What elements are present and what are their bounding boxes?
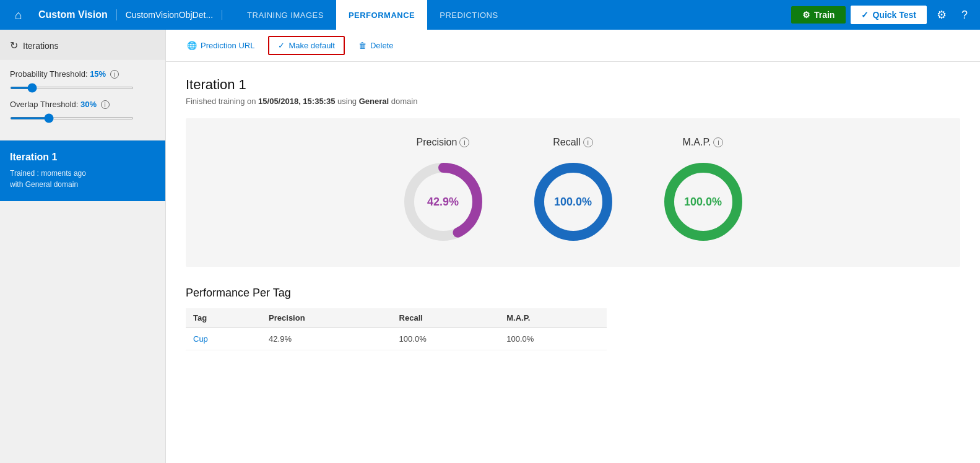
- nav-tabs: TRAINING IMAGES PERFORMANCE PREDICTIONS: [235, 0, 791, 30]
- recall-cell: 100.0%: [392, 328, 500, 350]
- col-recall: Recall: [392, 308, 500, 328]
- precision-value: 42.9%: [427, 196, 459, 209]
- tag-cell[interactable]: Cup: [186, 328, 261, 350]
- performance-per-tag-title: Performance Per Tag: [186, 287, 960, 300]
- probability-slider[interactable]: [10, 87, 134, 89]
- training-date: 15/05/2018, 15:35:35: [258, 97, 335, 106]
- sidebar-iteration-item[interactable]: Iteration 1 Trained : moments ago with G…: [0, 141, 165, 201]
- sidebar-header-label: Iterations: [23, 41, 59, 51]
- precision-cell: 42.9%: [261, 328, 392, 350]
- app-title: Custom Vision: [30, 9, 117, 20]
- iteration-content: Iteration 1 Finished training on 15/05/2…: [166, 62, 980, 365]
- nav-actions: ⚙ Train ✓ Quick Test ⚙ ?: [791, 6, 973, 24]
- precision-metric: Precision i 42.9%: [397, 137, 490, 248]
- probability-threshold-row: Probability Threshold: 15% i: [10, 69, 155, 91]
- iteration-meta: Trained : moments ago with General domai…: [10, 168, 155, 190]
- home-icon[interactable]: ⌂: [7, 4, 30, 26]
- tab-performance[interactable]: PERFORMANCE: [336, 0, 427, 30]
- map-metric: M.A.P. i 100.0%: [657, 137, 750, 248]
- probability-info-icon[interactable]: i: [110, 70, 119, 79]
- performance-table: Tag Precision Recall M.A.P. Cup 42.9% 10…: [186, 308, 607, 350]
- prediction-url-button[interactable]: 🌐 Prediction URL: [178, 37, 263, 54]
- precision-info-icon[interactable]: i: [459, 137, 469, 147]
- tab-predictions[interactable]: PREDICTIONS: [427, 0, 510, 30]
- globe-icon: 🌐: [187, 41, 197, 50]
- help-icon[interactable]: ?: [956, 6, 973, 24]
- overlap-info-icon[interactable]: i: [101, 100, 110, 109]
- sidebar-header: ↻ Iterations: [0, 30, 165, 59]
- table-row: Cup 42.9% 100.0% 100.0%: [186, 328, 607, 350]
- iteration-title: Iteration 1: [186, 77, 960, 93]
- table-header-row: Tag Precision Recall M.A.P.: [186, 308, 607, 328]
- content-area: 🌐 Prediction URL ✓ Make default 🗑 Delete…: [166, 30, 980, 463]
- metrics-panel: Precision i 42.9%: [186, 118, 960, 267]
- trash-icon: 🗑: [358, 41, 366, 50]
- iteration-name: Iteration 1: [10, 152, 155, 163]
- iteration-subtitle: Finished training on 15/05/2018, 15:35:3…: [186, 97, 960, 106]
- gear-icon: ⚙: [802, 10, 810, 20]
- quicktest-button[interactable]: ✓ Quick Test: [851, 6, 927, 24]
- recall-label: Recall i: [553, 137, 592, 148]
- check-icon: ✓: [861, 10, 869, 20]
- project-name[interactable]: CustomVisionObjDet...: [117, 10, 222, 20]
- overlap-threshold-label: Overlap Threshold: 30% i: [10, 100, 155, 109]
- sidebar-thresholds: Probability Threshold: 15% i Overlap Thr…: [0, 59, 165, 141]
- train-button[interactable]: ⚙ Train: [791, 6, 846, 24]
- make-default-button[interactable]: ✓ Make default: [268, 36, 344, 55]
- probability-value: 15%: [90, 69, 106, 79]
- recall-donut: 100.0%: [527, 155, 620, 248]
- col-precision: Precision: [261, 308, 392, 328]
- col-map: M.A.P.: [499, 308, 607, 328]
- recall-value: 100.0%: [554, 196, 592, 209]
- overlap-value: 30%: [80, 100, 97, 109]
- precision-label: Precision i: [417, 137, 470, 148]
- map-donut: 100.0%: [657, 155, 750, 248]
- domain-name: General: [359, 97, 389, 106]
- map-value: 100.0%: [684, 196, 722, 209]
- precision-donut: 42.9%: [397, 155, 490, 248]
- recall-info-icon[interactable]: i: [583, 137, 593, 147]
- col-tag: Tag: [186, 308, 261, 328]
- map-label: M.A.P. i: [683, 137, 724, 148]
- main-layout: ↻ Iterations Probability Threshold: 15% …: [0, 30, 980, 463]
- iterations-icon: ↻: [10, 40, 18, 51]
- sidebar: ↻ Iterations Probability Threshold: 15% …: [0, 30, 166, 463]
- overlap-slider[interactable]: [10, 117, 134, 119]
- recall-metric: Recall i 100.0%: [527, 137, 620, 248]
- map-info-icon[interactable]: i: [713, 137, 723, 147]
- probability-threshold-label: Probability Threshold: 15% i: [10, 69, 155, 79]
- tab-training-images[interactable]: TRAINING IMAGES: [235, 0, 336, 30]
- toolbar: 🌐 Prediction URL ✓ Make default 🗑 Delete: [166, 30, 980, 62]
- settings-icon[interactable]: ⚙: [932, 6, 952, 24]
- top-nav: ⌂ Custom Vision CustomVisionObjDet... TR…: [0, 0, 980, 30]
- overlap-threshold-row: Overlap Threshold: 30% i: [10, 100, 155, 121]
- map-cell: 100.0%: [499, 328, 607, 350]
- check-icon: ✓: [278, 41, 285, 50]
- delete-button[interactable]: 🗑 Delete: [350, 37, 402, 54]
